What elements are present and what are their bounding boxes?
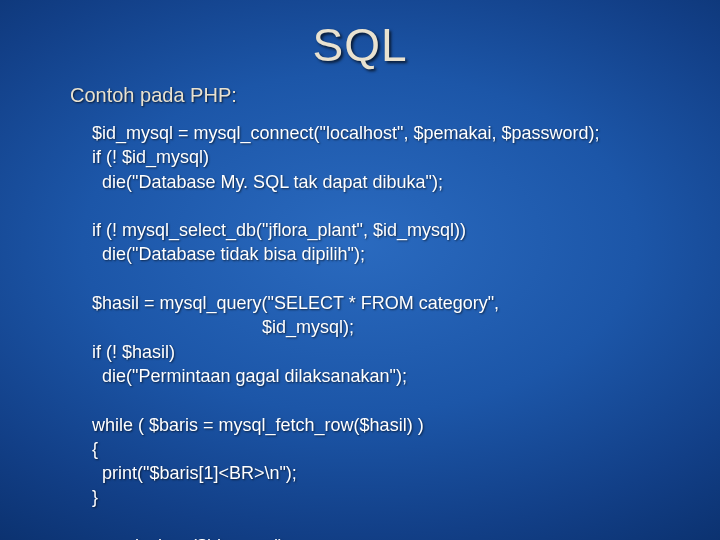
code-block: $id_mysql = mysql_connect("localhost", $… [92, 121, 680, 540]
slide-title: SQL [40, 18, 680, 72]
slide-subtitle: Contoh pada PHP: [70, 84, 680, 107]
slide: SQL Contoh pada PHP: $id_mysql = mysql_c… [0, 0, 720, 540]
